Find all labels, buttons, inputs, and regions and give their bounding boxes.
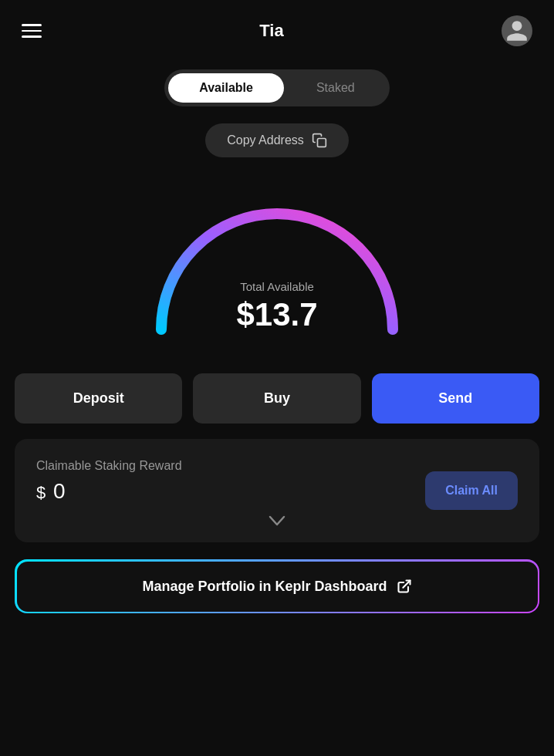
tab-staked[interactable]: Staked [285,73,386,103]
external-link-icon [397,579,412,594]
copy-address-label: Copy Address [227,133,304,147]
page-title: Tia [259,21,283,41]
toggle-tabs: Available Staked [164,69,389,106]
gauge-value: $13.7 [236,296,317,333]
copy-address-button[interactable]: Copy Address [205,123,349,157]
send-button[interactable]: Send [372,373,539,424]
gauge-info: Total Available $13.7 [236,280,317,333]
balance-gauge: Total Available $13.7 [130,179,424,349]
claim-all-button[interactable]: Claim All [425,471,518,510]
action-buttons-row: Deposit Buy Send [15,373,539,424]
menu-button[interactable] [22,24,42,38]
staking-currency: $ [36,483,46,502]
portfolio-label: Manage Portfolio in Keplr Dashboard [142,579,387,595]
portfolio-section: Manage Portfolio in Keplr Dashboard [15,559,539,613]
tab-available[interactable]: Available [168,73,284,103]
staking-reward-card: Claimable Staking Reward $ 0 Claim All [15,439,539,542]
buy-button[interactable]: Buy [193,373,360,424]
staking-amount: 0 [53,479,66,503]
copy-icon [312,133,327,148]
expand-chevron[interactable] [36,515,518,527]
portfolio-button-border: Manage Portfolio in Keplr Dashboard [15,559,539,613]
svg-rect-0 [317,139,326,147]
user-avatar[interactable] [502,15,532,46]
gauge-label: Total Available [236,280,317,293]
deposit-button[interactable]: Deposit [15,373,182,424]
portfolio-button[interactable]: Manage Portfolio in Keplr Dashboard [17,562,538,612]
app-header: Tia [0,0,554,62]
svg-line-1 [403,581,410,588]
